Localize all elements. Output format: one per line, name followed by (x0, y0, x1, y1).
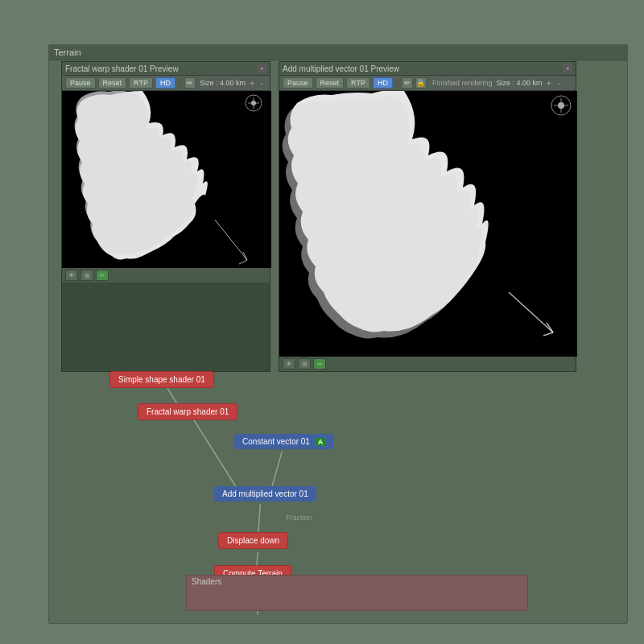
minus-left[interactable]: - (258, 78, 265, 88)
grid-icon-left[interactable]: ⊞ (80, 270, 93, 281)
preview-right-rtp[interactable]: RTP (346, 77, 370, 89)
preview-left-title: Fractal warp shader 01 Preview (65, 64, 257, 73)
shaders-panel: Shaders (186, 575, 528, 611)
svg-text:Fraction: Fraction (286, 514, 312, 522)
preview-left-reset[interactable]: Reset (98, 77, 127, 89)
node-displace-down[interactable]: Displace down (218, 532, 288, 549)
eye-icon-left[interactable]: 👁 (65, 270, 78, 281)
preview-left-rtp[interactable]: RTP (129, 77, 153, 89)
terrain-panel-title: Terrain (49, 45, 627, 60)
preview-right-close[interactable]: ▪ (563, 64, 572, 73)
preview-right-hd[interactable]: HD (373, 77, 393, 89)
preview-canvas-right (279, 91, 577, 357)
pencil-icon-right[interactable]: ✏ (402, 77, 413, 89)
lock-icon-right[interactable]: 🔒 (415, 77, 427, 89)
plus-right[interactable]: + (544, 78, 552, 88)
minus-right[interactable]: - (555, 78, 562, 88)
preview-window-right: Add multiplied vector 01 Preview ▪ Pause… (279, 61, 576, 372)
svg-point-15 (558, 102, 564, 109)
preview-left-close[interactable]: ▪ (257, 64, 266, 73)
svg-point-7 (251, 101, 256, 105)
terrain-panel: Terrain Fractal warp shader 01 Preview ▪… (48, 44, 628, 624)
preview-right-reset[interactable]: Reset (316, 77, 345, 89)
app-background: Terrain Fractal warp shader 01 Preview ▪… (0, 0, 644, 644)
node-simple-shape[interactable]: Simple shape shader 01 (109, 371, 214, 388)
node-constant-vector[interactable]: Constant vector 01 A (234, 434, 333, 449)
preview-left-hd[interactable]: HD (155, 77, 175, 89)
node-fractal-warp[interactable]: Fractal warp shader 01 (138, 403, 237, 420)
plus-left[interactable]: + (248, 78, 256, 88)
preview-left-pause[interactable]: Pause (65, 77, 96, 89)
pencil-icon-footer-left[interactable]: ✏ (96, 270, 109, 281)
svg-line-18 (194, 419, 242, 496)
node-add-multiplied[interactable]: Add multiplied vector 01 (214, 486, 316, 502)
preview-window-left: Fractal warp shader 01 Preview ▪ Pause R… (61, 61, 270, 372)
preview-canvas-left (62, 91, 271, 268)
preview-right-title: Add multiplied vector 01 Preview (283, 64, 563, 73)
shaders-title: Shaders (187, 576, 527, 588)
pencil-icon-left[interactable]: ✏ (184, 77, 196, 89)
preview-left-size: Size : 4.00 km (200, 79, 246, 87)
preview-right-status: Finished rendering (432, 79, 493, 87)
preview-right-size: Size : 4.00 km (496, 79, 542, 87)
preview-right-pause[interactable]: Pause (283, 77, 313, 89)
badge-a: A (316, 438, 326, 446)
